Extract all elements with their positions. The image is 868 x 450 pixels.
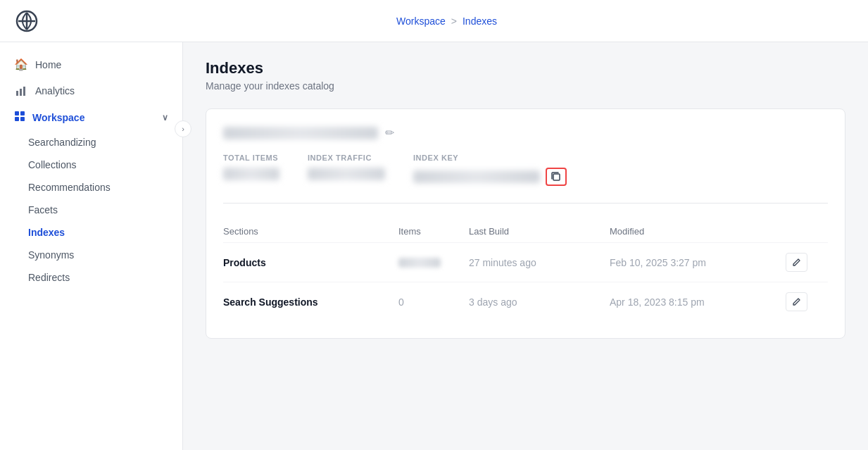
- sidebar-item-indexes[interactable]: Indexes: [28, 221, 182, 244]
- row-products-last-build: 27 minutes ago: [469, 257, 610, 268]
- top-header: Workspace > Indexes: [0, 0, 868, 42]
- index-name-row: ✏: [223, 126, 828, 139]
- page-title: Indexes: [206, 59, 845, 77]
- col-items: Items: [398, 226, 469, 237]
- sidebar-item-analytics[interactable]: Analytics: [0, 78, 182, 104]
- index-traffic-label: INDEX TRAFFIC: [308, 154, 385, 162]
- row-products-items: [398, 258, 469, 268]
- sidebar-toggle-button[interactable]: ›: [175, 120, 191, 137]
- stat-index-traffic: INDEX TRAFFIC: [308, 154, 385, 186]
- row-products-modified: Feb 10, 2025 3:27 pm: [610, 257, 786, 268]
- copy-icon: [551, 172, 561, 182]
- sidebar-item-analytics-label: Analytics: [35, 85, 75, 96]
- row-search-suggestions-section: Search Suggestions: [223, 296, 398, 308]
- index-traffic-value-blurred: [308, 168, 385, 180]
- breadcrumb-workspace[interactable]: Workspace: [396, 15, 446, 27]
- row-search-suggestions-items: 0: [398, 296, 469, 308]
- total-items-label: TOTAL ITEMS: [223, 154, 279, 162]
- col-modified: Modified: [610, 226, 786, 237]
- page-subtitle: Manage your indexes catalog: [206, 80, 845, 92]
- svg-rect-4: [20, 89, 22, 96]
- row-products-actions: [786, 253, 828, 272]
- index-key-value-blurred: [413, 170, 540, 183]
- index-name-edit-icon[interactable]: ✏: [385, 126, 394, 139]
- edit-icon: [792, 258, 801, 267]
- workspace-icon: [14, 111, 25, 124]
- index-key-value-row: [413, 168, 567, 186]
- breadcrumb: Workspace > Indexes: [396, 15, 497, 27]
- workspace-chevron-icon: ∨: [162, 113, 168, 123]
- svg-rect-8: [15, 117, 19, 121]
- sidebar-item-redirects[interactable]: Redirects: [28, 266, 182, 289]
- table-row: Products 27 minutes ago Feb 10, 2025 3:2…: [223, 243, 828, 282]
- main-area: 🏠 Home Analytics: [0, 42, 868, 450]
- col-last-build: Last Build: [469, 226, 610, 237]
- stat-total-items: TOTAL ITEMS: [223, 154, 279, 186]
- breadcrumb-indexes: Indexes: [463, 15, 497, 27]
- app-layout: Workspace > Indexes 🏠 Home Ana: [0, 0, 868, 450]
- svg-rect-7: [20, 111, 25, 115]
- home-icon: 🏠: [14, 58, 28, 71]
- main-content: Indexes Manage your indexes catalog ✏ TO…: [183, 42, 868, 450]
- chevron-right-icon: ›: [182, 125, 184, 133]
- sidebar-item-workspace[interactable]: Workspace ∨: [0, 104, 182, 131]
- row-search-suggestions-modified: Apr 18, 2023 8:15 pm: [610, 296, 786, 308]
- logo: [14, 8, 39, 34]
- indexes-card: ✏ TOTAL ITEMS INDEX TRAFFIC: [206, 108, 845, 339]
- svg-rect-9: [20, 117, 25, 121]
- col-sections: Sections: [223, 226, 398, 237]
- col-actions: [786, 226, 828, 237]
- row-search-suggestions-last-build: 3 days ago: [469, 296, 610, 308]
- sidebar-item-home-label: Home: [35, 59, 61, 70]
- row-products-section: Products: [223, 257, 398, 268]
- index-traffic-value-row: [308, 168, 385, 180]
- index-name-blurred: [223, 127, 378, 139]
- workspace-left: Workspace: [14, 111, 84, 124]
- sidebar-item-facets[interactable]: Facets: [28, 199, 182, 221]
- search-suggestions-edit-button[interactable]: [786, 292, 807, 311]
- table-row: Search Suggestions 0 3 days ago Apr 18, …: [223, 282, 828, 321]
- index-key-label: INDEX KEY: [413, 154, 567, 162]
- stats-row: TOTAL ITEMS INDEX TRAFFIC INDEX KEY: [223, 154, 828, 204]
- table-header: Sections Items Last Build Modified: [223, 220, 828, 243]
- sidebar: 🏠 Home Analytics: [0, 42, 183, 450]
- copy-index-key-button[interactable]: [546, 168, 567, 186]
- row-search-suggestions-actions: [786, 292, 828, 311]
- breadcrumb-separator: >: [451, 15, 457, 27]
- sidebar-submenu: Searchandizing Collections Recommendatio…: [0, 131, 182, 289]
- stat-index-key: INDEX KEY: [413, 154, 567, 186]
- svg-rect-5: [23, 87, 25, 96]
- sidebar-workspace-label: Workspace: [32, 112, 84, 123]
- total-items-value-blurred: [223, 168, 279, 180]
- indexes-table: Sections Items Last Build Modified Produ…: [223, 220, 828, 321]
- svg-rect-10: [553, 174, 560, 180]
- products-items-blurred: [398, 258, 441, 268]
- sidebar-item-synonyms[interactable]: Synonyms: [28, 244, 182, 266]
- sidebar-item-searchandizing[interactable]: Searchandizing: [28, 131, 182, 154]
- total-items-value-row: [223, 168, 279, 180]
- analytics-icon: [14, 85, 28, 96]
- products-edit-button[interactable]: [786, 253, 807, 272]
- edit-icon: [792, 297, 801, 306]
- svg-rect-6: [15, 111, 19, 115]
- sidebar-item-collections[interactable]: Collections: [28, 154, 182, 176]
- svg-rect-3: [16, 91, 18, 96]
- sidebar-item-home[interactable]: 🏠 Home: [0, 51, 182, 78]
- sidebar-item-recommendations[interactable]: Recommendations: [28, 176, 182, 199]
